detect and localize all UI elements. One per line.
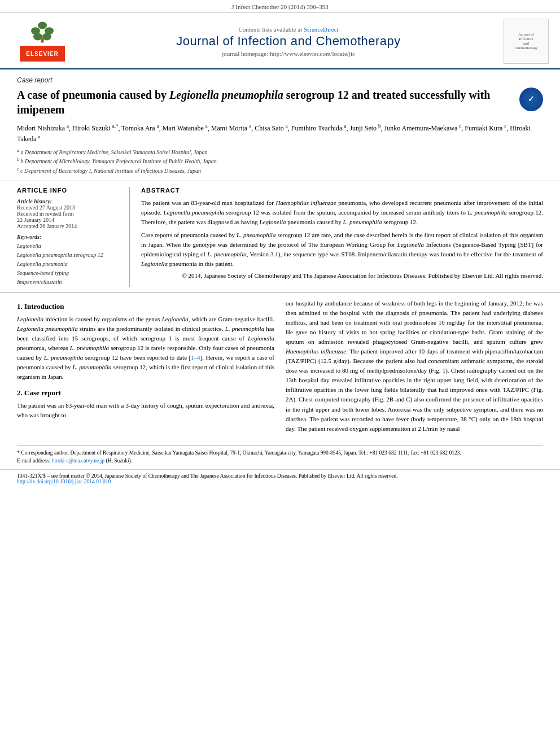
intro-body: Legionella infection is caused by organi… [17,314,274,382]
keyword-3: Legionella pneumonia [17,260,121,269]
article-type-label: Case report [17,76,543,84]
elsevier-label: ELSEVIER [20,46,65,62]
main-two-columns: 1. Introduction Legionella infection is … [17,299,543,434]
crossmark-badge: ✓ [519,88,543,111]
affiliation-b: b b Department of Microbiology, Yamagata… [17,156,543,165]
article-title-block: A case of pneumonia caused by Legionella… [17,88,543,117]
accepted-date: Accepted 26 January 2014 [17,223,121,229]
case-report-heading: 2. Case report [17,388,274,397]
svg-point-3 [33,33,42,41]
right-col-body: our hospital by ambulance because of wea… [286,299,543,434]
authors-line: Midori Nishizuka a, Hiroki Suzuki a,*, T… [17,123,543,144]
keyword-5: Imipenem/cilastatin [17,278,121,287]
elsevier-tree-icon [25,21,59,43]
received-revised-label: Received in revised form [17,211,121,217]
affiliation-a: a a Department of Respiratory Medicine, … [17,147,543,156]
email-link[interactable]: hiroki-s@ma.catvy.ne.jp [52,458,104,464]
journal-cover-image: Journal ofInfectionandChemotherapy [504,19,549,64]
main-right-column: our hospital by ambulance because of wea… [286,299,543,434]
bottom-bar: 1341-321X/$ – see front matter © 2014, J… [0,469,560,488]
journal-header: ELSEVIER Contents lists available at Sci… [0,13,560,69]
publisher-logo: ELSEVIER [11,21,73,62]
article-info-column: ARTICLE INFO Article history: Received 2… [17,187,130,287]
ref-link-1-4[interactable]: 1–4 [191,354,200,361]
article-history: Article history: Received 27 August 2013… [17,198,121,229]
main-content-section: 1. Introduction Legionella infection is … [0,292,560,439]
bottom-doi: http://dx.doi.org/10.1016/j.jiac.2014.01… [17,479,543,484]
abstract-column: ABSTRACT The patient was an 83-year-old … [141,187,543,287]
footnote-corresponding: * Corresponding author. Department of Re… [17,449,543,457]
svg-point-0 [38,22,47,29]
footnote-section: * Corresponding author. Department of Re… [17,445,543,465]
keywords-label: Keywords: [17,234,121,240]
sciencedirect-line: Contents lists available at ScienceDirec… [73,26,504,33]
crossmark-icon: ✓ [528,94,535,104]
keyword-2: Legionella pneumophila serogroup 12 [17,251,121,260]
abstract-heading: ABSTRACT [141,187,543,194]
affiliation-c: c c Department of Bacteriology I, Nation… [17,166,543,175]
page-wrapper: J Infect Chemother 20 (2014) 390–393 ELS… [0,0,560,747]
bottom-issn: 1341-321X/$ – see front matter © 2014, J… [17,473,543,479]
journal-header-center: Contents lists available at ScienceDirec… [73,26,504,57]
journal-homepage: journal homepage: http://www.elsevier.co… [73,50,504,57]
abstract-copyright: © 2014, Japanese Society of Chemotherapy… [141,272,543,279]
article-info-abstract-section: ARTICLE INFO Article history: Received 2… [0,181,560,292]
abstract-text-p1: The patient was an 83-year-old man hospi… [141,198,543,227]
keyword-1: Legionella [17,242,121,251]
svg-rect-5 [41,38,44,42]
sciencedirect-link[interactable]: ScienceDirect [304,26,339,33]
affiliations-block: a a Department of Respiratory Medicine, … [17,147,543,175]
received-date: Received 27 August 2013 [17,204,121,211]
abstract-text-p2: Case reports of pneumonia caused by L. p… [141,230,543,269]
history-label: Article history: [17,198,121,204]
footnote-email: E-mail address: hiroki-s@ma.catvy.ne.jp … [17,457,543,465]
main-left-column: 1. Introduction Legionella infection is … [17,299,274,434]
revised-date: 22 January 2014 [17,217,121,223]
article-section: Case report A case of pneumonia caused b… [0,69,560,181]
keyword-4: Sequence-based typing [17,269,121,278]
citation-bar: J Infect Chemother 20 (2014) 390–393 [0,0,560,13]
case-report-body: The patient was an 83-year-old man with … [17,401,274,420]
cover-alt-text: Journal ofInfectionandChemotherapy [514,32,537,50]
keywords-list: Legionella Legionella pneumophila serogr… [17,242,121,287]
citation-text: J Infect Chemother 20 (2014) 390–393 [231,3,328,10]
doi-link[interactable]: http://dx.doi.org/10.1016/j.jiac.2014.01… [17,479,111,484]
journal-title: Journal of Infection and Chemotherapy [73,34,504,49]
intro-heading: 1. Introduction [17,302,274,311]
article-title-text: A case of pneumonia caused by Legionella… [17,88,514,117]
article-info-heading: ARTICLE INFO [17,187,121,194]
